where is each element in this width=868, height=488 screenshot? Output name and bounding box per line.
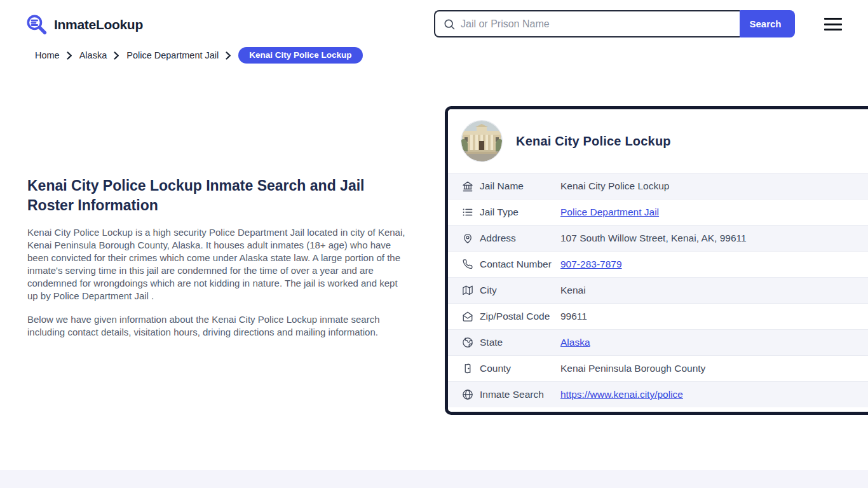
row-label: City — [480, 285, 560, 296]
table-row: Jail Type Police Department Jail — [448, 199, 868, 225]
bank-icon — [462, 180, 473, 192]
row-label: Address — [480, 233, 560, 244]
row-label: Zip/Postal Code — [480, 311, 560, 322]
brand-logo[interactable]: InmateLookup — [25, 13, 143, 36]
list-icon — [462, 207, 473, 218]
row-value: 107 South Willow Street, Kenai, AK, 9961… — [560, 233, 747, 244]
row-value: Kenai City Police Lockup — [560, 180, 669, 192]
row-value: Kenai Peninsula Borough County — [560, 363, 705, 374]
article-paragraph: Kenai City Police Lockup is a high secur… — [27, 226, 410, 302]
chevron-right-icon — [67, 51, 72, 60]
table-row: Address 107 South Willow Street, Kenai, … — [448, 225, 868, 251]
table-row: Contact Number 907-283-7879 — [448, 251, 868, 277]
table-row: Jail Name Kenai City Police Lockup — [448, 173, 868, 199]
map-pin-icon — [462, 233, 473, 244]
row-value-link[interactable]: Alaska — [560, 337, 590, 348]
row-value-link[interactable]: Police Department Jail — [560, 207, 659, 218]
chevron-right-icon — [226, 51, 231, 60]
menu-hamburger-icon[interactable] — [824, 18, 842, 30]
table-row: Inmate Search https://www.kenai.city/pol… — [448, 381, 868, 407]
table-row: County Kenai Peninsula Borough County — [448, 355, 868, 381]
footer-strip — [0, 470, 868, 488]
search-input[interactable] — [456, 11, 740, 36]
breadcrumb-item: Police Department Jail — [126, 50, 231, 60]
map-icon — [462, 285, 473, 296]
card-title: Kenai City Police Lockup — [516, 134, 671, 149]
article-paragraph: Below we have given information about th… — [27, 313, 410, 339]
mail-open-icon — [462, 311, 473, 322]
earth-icon — [462, 337, 473, 348]
breadcrumb-current: Kenai City Police Lockup — [238, 47, 362, 64]
row-value-link[interactable]: 907-283-7879 — [560, 259, 622, 270]
jail-search-bar: Search — [434, 10, 795, 37]
row-label: Jail Name — [480, 180, 560, 192]
row-label: State — [480, 337, 560, 348]
search-field — [434, 10, 740, 37]
article: Kenai City Police Lockup Inmate Search a… — [27, 176, 410, 339]
table-row: Zip/Postal Code 99611 — [448, 303, 868, 329]
breadcrumb: Home Alaska Police Department Jail Kenai… — [35, 47, 363, 64]
row-label: Contact Number — [480, 259, 560, 270]
table-row: State Alaska — [448, 329, 868, 355]
search-button[interactable]: Search — [736, 10, 795, 37]
row-label: County — [480, 363, 560, 374]
jail-photo-avatar — [461, 121, 502, 161]
breadcrumb-link[interactable]: Alaska — [79, 50, 107, 60]
breadcrumb-link[interactable]: Home — [35, 50, 60, 60]
phone-icon — [462, 259, 473, 270]
magnifier-logo-icon — [25, 13, 48, 36]
row-value: Kenai — [560, 285, 586, 296]
jail-info-card: Kenai City Police Lockup Jail Name Kenai… — [445, 106, 868, 415]
card-header: Kenai City Police Lockup — [448, 109, 868, 173]
row-value-link[interactable]: https://www.kenai.city/police — [560, 389, 683, 400]
table-row: City Kenai — [448, 277, 868, 303]
page-title: Kenai City Police Lockup Inmate Search a… — [27, 176, 409, 215]
row-label: Jail Type — [480, 207, 560, 218]
county-map-icon — [462, 363, 473, 374]
row-label: Inmate Search — [480, 389, 560, 400]
jail-details-table: Jail Name Kenai City Police Lockup Jail … — [448, 173, 868, 407]
breadcrumb-item: Home — [35, 50, 72, 60]
chevron-right-icon — [114, 51, 119, 60]
breadcrumb-link[interactable]: Police Department Jail — [126, 50, 219, 60]
row-value: 99611 — [560, 311, 587, 322]
globe-icon — [462, 389, 473, 400]
search-icon — [443, 18, 456, 30]
breadcrumb-item: Alaska — [79, 50, 120, 60]
page: InmateLookup Search Home Alaska Police D… — [0, 0, 868, 488]
brand-name: InmateLookup — [54, 17, 143, 32]
